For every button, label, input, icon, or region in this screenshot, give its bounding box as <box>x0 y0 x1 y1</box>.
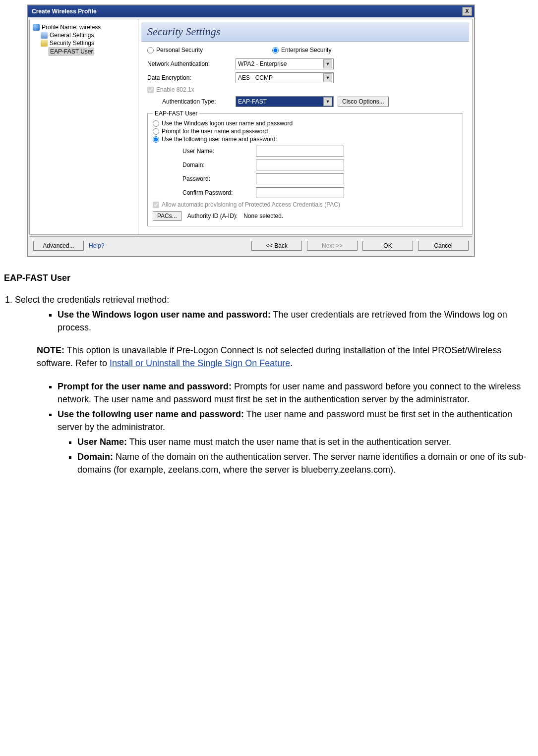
nav-item-general[interactable]: General Settings <box>32 31 136 39</box>
nav-label: Profile Name: wireless <box>42 24 101 31</box>
checkbox-input <box>153 202 159 208</box>
field-label: Network Authentication: <box>147 60 232 67</box>
personal-security-radio[interactable]: Personal Security <box>147 47 203 54</box>
select-value: AES - CCMP <box>238 74 273 81</box>
authority-id-label: Authority ID (A-ID): <box>187 213 238 219</box>
chevron-down-icon[interactable]: ▼ <box>323 59 332 68</box>
fieldset-legend: EAP-FAST User <box>153 110 199 117</box>
item-strong: User Name: <box>77 437 127 447</box>
chevron-down-icon[interactable]: ▼ <box>323 97 332 106</box>
user-name-input[interactable] <box>256 146 344 157</box>
field-label: Domain: <box>182 162 252 168</box>
checkbox-input <box>147 87 154 93</box>
password-input[interactable] <box>256 173 344 184</box>
enterprise-security-radio[interactable]: Enterprise Security <box>272 47 331 54</box>
close-icon[interactable]: X <box>462 7 472 16</box>
radio-input[interactable] <box>272 47 279 54</box>
list-item: User Name: This user name must match the… <box>77 435 534 448</box>
help-link[interactable]: Help? <box>89 242 104 249</box>
item-strong: Domain: <box>77 452 113 462</box>
radio-input[interactable] <box>147 47 154 54</box>
nav-label: General Settings <box>50 32 94 39</box>
section-banner: Security Settings <box>141 22 469 42</box>
auth-type-row: Authentication Type: EAP-FAST ▼ Cisco Op… <box>162 96 463 107</box>
enable-8021x-checkbox: Enable 802.1x <box>147 86 463 93</box>
next-button: Next >> <box>307 241 358 251</box>
item-text: This user name must match the user name … <box>127 437 451 447</box>
confirm-password-row: Confirm Password: <box>182 187 458 198</box>
radio-label: Enterprise Security <box>281 47 331 54</box>
doc-heading: EAP-FAST User <box>4 271 534 284</box>
pac-row: PACs... Authority ID (A-ID): None select… <box>153 211 458 221</box>
titlebar[interactable]: Create Wireless Profile X <box>28 5 474 17</box>
step-text: Select the credentials retrieval method: <box>15 295 169 305</box>
select-value: EAP-FAST <box>238 98 267 105</box>
radio-label: Personal Security <box>156 47 203 54</box>
nav-item-profile[interactable]: Profile Name: wireless <box>32 23 136 31</box>
nav-tree: Profile Name: wireless General Settings … <box>30 19 138 234</box>
device-icon <box>41 32 48 39</box>
item-strong: Prompt for the user name and password: <box>58 381 232 391</box>
data-encryption-select[interactable]: AES - CCMP ▼ <box>236 72 334 83</box>
note-paragraph: NOTE: This option is unavailable if Pre-… <box>37 344 534 370</box>
note-text-end: . <box>290 358 293 368</box>
network-auth-select[interactable]: WPA2 - Enterprise ▼ <box>236 58 334 69</box>
prompt-credentials-radio[interactable]: Prompt for the user name and password <box>153 128 458 135</box>
use-windows-logon-radio[interactable]: Use the Windows logon user name and pass… <box>153 120 458 127</box>
checkbox-label: Enable 802.1x <box>156 86 194 93</box>
lock-icon <box>41 40 48 47</box>
ok-button[interactable]: OK <box>362 241 413 251</box>
list-item: Domain: Name of the domain on the authen… <box>77 450 534 476</box>
sso-install-link[interactable]: Install or Uninstall the Single Sign On … <box>110 358 290 368</box>
field-label: Data Encryption: <box>147 74 232 81</box>
nav-item-security[interactable]: Security Settings <box>32 39 136 47</box>
eap-fast-user-fieldset: EAP-FAST User Use the Windows logon user… <box>147 110 463 226</box>
nav-label: EAP-FAST User <box>49 48 94 55</box>
auth-type-select[interactable]: EAP-FAST ▼ <box>236 96 334 107</box>
radio-label: Use the Windows logon user name and pass… <box>162 120 293 127</box>
select-value: WPA2 - Enterprise <box>238 60 287 67</box>
radio-input[interactable] <box>153 136 159 143</box>
password-row: Password: <box>182 173 458 184</box>
nav-item-eapfast[interactable]: EAP-FAST User <box>32 47 136 56</box>
advanced-button[interactable]: Advanced... <box>33 241 84 251</box>
content-pane: Security Settings Personal Security Ente… <box>138 19 472 234</box>
item-text: Name of the domain on the authentication… <box>77 452 526 475</box>
radio-input[interactable] <box>153 120 159 127</box>
field-label: User Name: <box>182 148 252 155</box>
dialog-footer: Advanced... Help? << Back Next >> OK Can… <box>29 236 473 255</box>
note-strong: NOTE: <box>37 345 64 355</box>
use-following-credentials-radio[interactable]: Use the following user name and password… <box>153 136 458 143</box>
data-encryption-row: Data Encryption: AES - CCMP ▼ <box>147 72 463 83</box>
field-label: Confirm Password: <box>182 189 252 196</box>
allow-pac-provisioning-checkbox: Allow automatic provisioning of Protecte… <box>153 201 458 208</box>
titlebar-title: Create Wireless Profile <box>32 8 97 15</box>
step-1: Select the credentials retrieval method:… <box>15 293 534 476</box>
user-name-row: User Name: <box>182 146 458 157</box>
dialog-body: Profile Name: wireless General Settings … <box>29 19 473 235</box>
network-auth-row: Network Authentication: WPA2 - Enterpris… <box>147 58 463 69</box>
field-label: Authentication Type: <box>162 98 232 105</box>
radio-label: Use the following user name and password… <box>162 136 277 143</box>
confirm-password-input[interactable] <box>256 187 344 198</box>
list-item: Prompt for the user name and password: P… <box>58 380 534 406</box>
field-label: Password: <box>182 175 252 182</box>
radio-input[interactable] <box>153 128 159 135</box>
document-body: EAP-FAST User Select the credentials ret… <box>0 271 538 493</box>
cancel-button[interactable]: Cancel <box>418 241 469 251</box>
item-strong: Use the Windows logon user name and pass… <box>58 310 271 320</box>
back-button[interactable]: << Back <box>251 241 302 251</box>
chevron-down-icon[interactable]: ▼ <box>323 73 332 82</box>
domain-input[interactable] <box>256 160 344 170</box>
domain-row: Domain: <box>182 160 458 170</box>
pacs-button[interactable]: PACs... <box>153 211 181 221</box>
list-item: Use the Windows logon user name and pass… <box>58 308 534 334</box>
radio-label: Prompt for the user name and password <box>162 128 268 135</box>
item-strong: Use the following user name and password… <box>58 409 244 419</box>
globe-icon <box>33 24 40 31</box>
checkbox-label: Allow automatic provisioning of Protecte… <box>162 201 340 208</box>
nav-label: Security Settings <box>50 40 94 47</box>
cisco-options-button[interactable]: Cisco Options... <box>338 97 389 107</box>
list-item: Use the following user name and password… <box>58 408 534 476</box>
authority-id-value: None selected. <box>243 213 283 219</box>
